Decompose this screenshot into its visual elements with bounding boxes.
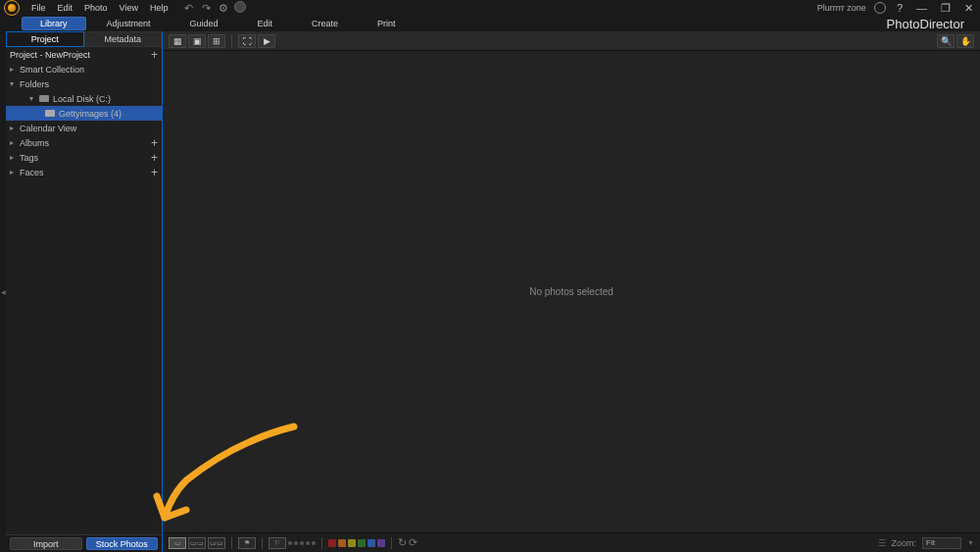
- tree-label: Faces: [20, 168, 44, 177]
- project-header-label: Project - NewProject: [10, 50, 90, 60]
- rating-dot[interactable]: [306, 541, 310, 545]
- tree-faces[interactable]: ▸ Faces +: [6, 165, 162, 179]
- tree-label: Gettyimages (4): [59, 109, 122, 119]
- color-label-purple[interactable]: [377, 539, 385, 547]
- menu-view[interactable]: View: [114, 3, 144, 13]
- fullscreen-icon[interactable]: ⛶: [238, 34, 256, 48]
- module-edit[interactable]: Edit: [239, 17, 292, 30]
- tree-label: Albums: [20, 138, 49, 148]
- slideshow-icon[interactable]: ▶: [258, 34, 275, 48]
- tree-smart-collection[interactable]: ▸ Smart Collection: [6, 62, 162, 76]
- user-avatar-icon[interactable]: [874, 2, 886, 14]
- brand-label: PhotoDirector: [887, 17, 964, 31]
- view-toggle-icon[interactable]: ☰: [878, 538, 886, 548]
- disk-icon: [39, 95, 49, 102]
- tree-label: Local Disk (C:): [53, 94, 111, 104]
- minimize-button[interactable]: —: [913, 2, 930, 14]
- chevron-right-icon: ▸: [10, 168, 20, 176]
- chevron-down-icon[interactable]: ▼: [967, 539, 974, 546]
- thumb-size-1-icon[interactable]: ▭: [169, 537, 186, 549]
- add-tag-icon[interactable]: +: [151, 151, 158, 165]
- flag-pick-icon[interactable]: ⚐: [269, 537, 286, 549]
- panel-tab-metadata[interactable]: Metadata: [84, 31, 163, 47]
- user-badge-icon[interactable]: [234, 1, 246, 13]
- tree-label: Calendar View: [20, 124, 76, 133]
- view-mode-1-icon[interactable]: ▦: [169, 34, 186, 48]
- color-label-orange[interactable]: [338, 539, 346, 547]
- photo-viewer: No photos selected: [163, 51, 980, 532]
- chevron-right-icon: ▸: [10, 124, 20, 132]
- viewer-empty-label: No photos selected: [529, 286, 613, 297]
- thumb-size-2-icon[interactable]: ▭▭: [188, 537, 206, 549]
- chevron-right-icon: ▸: [10, 65, 20, 74]
- rating-dot[interactable]: [294, 541, 298, 545]
- project-header[interactable]: Project - NewProject +: [6, 47, 162, 62]
- module-library[interactable]: Library: [22, 17, 86, 30]
- redo-icon[interactable]: ↷: [199, 1, 213, 15]
- color-label-yellow[interactable]: [348, 539, 356, 547]
- maximize-button[interactable]: ❐: [938, 2, 954, 15]
- help-button[interactable]: ?: [894, 2, 906, 14]
- tree-tags[interactable]: ▸ Tags +: [6, 150, 162, 165]
- import-button[interactable]: Import: [10, 537, 82, 550]
- rotate-left-icon[interactable]: ⟳: [409, 536, 417, 549]
- module-create[interactable]: Create: [293, 17, 357, 30]
- app-logo[interactable]: [4, 0, 20, 16]
- module-guided[interactable]: Guided: [172, 17, 237, 30]
- rating-dot[interactable]: [288, 541, 292, 545]
- tree-local-disk[interactable]: ▾ Local Disk (C:): [6, 91, 162, 106]
- rating-dot[interactable]: [300, 541, 304, 545]
- search-icon[interactable]: 🔍: [937, 34, 955, 48]
- chevron-down-icon: ▾: [29, 94, 39, 103]
- rating-dot[interactable]: [312, 541, 316, 545]
- panel-tab-project[interactable]: Project: [6, 31, 84, 47]
- tree-folders[interactable]: ▾ Folders: [6, 76, 162, 91]
- tree-label: Folders: [20, 79, 49, 89]
- module-print[interactable]: Print: [359, 17, 415, 30]
- filter-flag-icon[interactable]: ⚑: [238, 537, 256, 549]
- tree-albums[interactable]: ▸ Albums +: [6, 135, 162, 150]
- tree-subfolder[interactable]: Gettyimages (4): [6, 106, 162, 121]
- hand-icon[interactable]: ✋: [956, 34, 974, 48]
- tree-label: Smart Collection: [20, 65, 84, 75]
- color-label-green[interactable]: [358, 539, 366, 547]
- rotate-right-icon[interactable]: ↻: [398, 536, 407, 549]
- color-label-blue[interactable]: [368, 539, 375, 547]
- stock-photos-button[interactable]: Stock Photos: [86, 537, 159, 550]
- gear-icon[interactable]: ⚙: [217, 1, 230, 15]
- tree-label: Tags: [20, 153, 38, 163]
- menu-photo[interactable]: Photo: [78, 3, 114, 13]
- module-adjustment[interactable]: Adjustment: [88, 17, 170, 30]
- zoom-label: Zoom:: [892, 538, 917, 548]
- menu-help[interactable]: Help: [144, 3, 174, 13]
- tree-calendar-view[interactable]: ▸ Calendar View: [6, 121, 162, 135]
- chevron-right-icon: ▸: [10, 153, 20, 162]
- color-label-red[interactable]: [328, 539, 336, 547]
- thumb-size-3-icon[interactable]: ▭▭: [208, 537, 225, 549]
- close-button[interactable]: ✕: [961, 2, 976, 15]
- zoom-dropdown[interactable]: Fit: [922, 537, 961, 549]
- view-mode-grid-icon[interactable]: ⊞: [208, 34, 225, 48]
- add-album-icon[interactable]: +: [151, 136, 158, 150]
- view-mode-2-icon[interactable]: ▣: [188, 34, 206, 48]
- user-name: Plurrrrr zone: [817, 3, 866, 13]
- add-face-icon[interactable]: +: [151, 166, 158, 179]
- folder-icon: [45, 110, 55, 117]
- undo-icon[interactable]: ↶: [181, 1, 195, 15]
- chevron-down-icon: ▾: [10, 79, 20, 88]
- menu-file[interactable]: File: [25, 3, 52, 13]
- add-project-icon[interactable]: +: [151, 48, 158, 62]
- menu-edit[interactable]: Edit: [52, 3, 79, 13]
- chevron-right-icon: ▸: [10, 138, 20, 147]
